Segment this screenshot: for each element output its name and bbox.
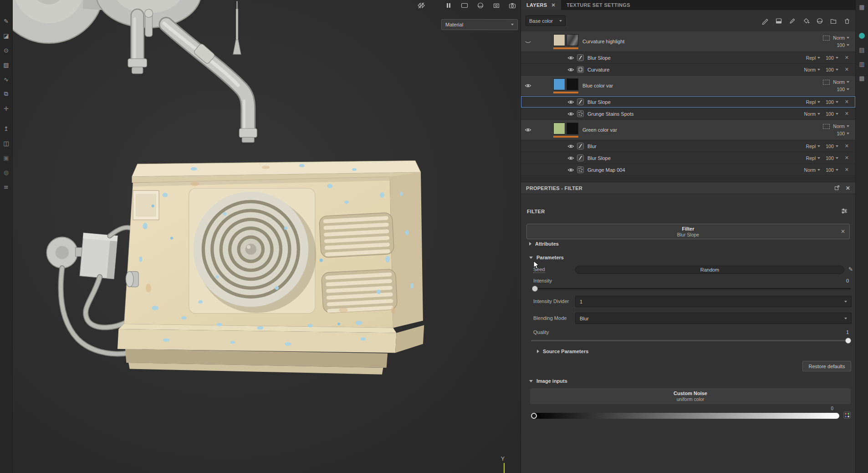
clone-tool[interactable]: ⧉	[1, 88, 12, 99]
visibility-icon[interactable]	[567, 67, 575, 72]
opacity-dropdown[interactable]: 100	[826, 155, 838, 161]
restore-defaults-button[interactable]: Restore defaults	[802, 361, 851, 371]
blend-mode-dropdown[interactable]: Repl	[806, 144, 821, 149]
delete-layer-icon[interactable]	[843, 17, 851, 25]
intensity-slider-knob[interactable]	[532, 286, 538, 292]
remove-effect-icon[interactable]: ✕	[845, 111, 849, 117]
opacity-dropdown[interactable]: 100	[826, 99, 838, 105]
texture-panel-icon[interactable]: ▩	[858, 73, 867, 82]
layer-mask-thumbnail[interactable]	[567, 78, 578, 90]
visibility-icon[interactable]	[525, 83, 532, 88]
attributes-expander[interactable]: Attributes	[529, 241, 559, 247]
intensity-divider-dropdown[interactable]: 1	[575, 296, 852, 307]
layer-color-thumbnail[interactable]	[553, 78, 565, 90]
assets-panel-icon[interactable]: ◫	[1, 138, 12, 149]
layer-mask-thumbnail[interactable]	[567, 34, 578, 46]
layer-color-thumbnail[interactable]	[553, 34, 565, 46]
dock-grid-icon[interactable]: ▦	[858, 2, 867, 11]
opacity-dropdown[interactable]: 100	[826, 67, 838, 72]
layer-group-row[interactable]: Blue color var Norm 100	[521, 76, 855, 96]
opacity-dropdown[interactable]: 100	[826, 111, 838, 117]
blend-mode-dropdown[interactable]: Repl	[806, 155, 821, 161]
channel-dropdown[interactable]: Base color	[526, 15, 566, 26]
display-settings-icon[interactable]: ▣	[1, 152, 12, 163]
remove-effect-icon[interactable]: ✕	[845, 143, 849, 149]
add-folder-icon[interactable]	[829, 17, 837, 25]
custom-noise-slot[interactable]: Custom Noise uniform color	[530, 388, 851, 404]
smudge-tool[interactable]: ∿	[1, 74, 12, 85]
axis-gizmo[interactable]: Y	[501, 456, 505, 462]
blend-mode-dropdown[interactable]: Norm	[804, 67, 821, 72]
pause-icon[interactable]	[444, 1, 453, 9]
shader-settings-icon[interactable]: ◍	[1, 167, 12, 178]
opacity-dropdown[interactable]: 100	[826, 167, 838, 173]
layer-group-row[interactable]: Green color var Norm 100	[521, 120, 855, 140]
noise-gradient-knob[interactable]	[531, 413, 537, 419]
quality-slider[interactable]	[531, 338, 851, 344]
opacity-dropdown[interactable]: 100	[826, 144, 838, 149]
source-parameters-expander[interactable]: Source Parameters	[537, 349, 588, 354]
polygon-fill-tool[interactable]: ▨	[1, 59, 12, 70]
paint-tool[interactable]: ✎	[1, 15, 12, 26]
viewport-frame-icon[interactable]	[460, 1, 469, 9]
parameters-menu-icon[interactable]	[841, 208, 848, 215]
opacity-dropdown[interactable]: 100	[837, 87, 849, 92]
close-panel-icon[interactable]: ✕	[846, 185, 850, 191]
remove-effect-icon[interactable]: ✕	[845, 55, 849, 61]
remove-effect-icon[interactable]: ✕	[845, 99, 849, 105]
material-sphere-icon[interactable]	[476, 1, 485, 9]
visibility-icon[interactable]	[567, 55, 575, 61]
visibility-icon[interactable]	[567, 167, 575, 173]
symmetry-off-icon[interactable]	[417, 1, 426, 9]
viewport-3d[interactable]: Material Y	[13, 0, 521, 473]
edit-pencil-icon[interactable]: ✎	[848, 266, 853, 272]
visibility-icon[interactable]	[567, 99, 575, 105]
render-box-icon[interactable]	[492, 1, 501, 9]
undock-panel-icon[interactable]	[834, 185, 840, 191]
projection-tool[interactable]: ⊙	[1, 45, 12, 56]
layer-effect-row[interactable]: Blur Slope Repl 100 ✕	[521, 52, 855, 64]
material-mode-dropdown[interactable]: Material	[441, 19, 518, 30]
opacity-dropdown[interactable]: 100	[826, 55, 838, 61]
visibility-icon[interactable]	[567, 111, 575, 117]
noise-gradient-slider[interactable]	[531, 413, 839, 419]
layer-color-thumbnail[interactable]	[553, 123, 565, 134]
remove-effect-icon[interactable]: ✕	[845, 155, 849, 161]
blend-mode-dropdown[interactable]: Repl	[806, 55, 821, 61]
layer-group-row[interactable]: Curvature highlight Norm 100	[521, 31, 855, 52]
intensity-slider[interactable]	[531, 286, 851, 292]
tab-layers[interactable]: LAYERS ✕	[521, 0, 561, 10]
add-fill-layer-icon[interactable]	[775, 17, 782, 25]
visibility-icon[interactable]	[567, 144, 575, 149]
blend-mode-dropdown[interactable]: Repl	[806, 99, 821, 105]
blending-mode-dropdown[interactable]: Blur	[575, 313, 852, 324]
layer-effect-row[interactable]: Blur Repl 100 ✕	[521, 140, 855, 152]
history-icon[interactable]: ≡	[1, 181, 12, 192]
smart-material-icon[interactable]	[816, 17, 823, 25]
shelf-icon[interactable]: ▤	[858, 45, 867, 54]
fill-bucket-icon[interactable]	[802, 17, 810, 25]
blend-mode-dropdown[interactable]: Norm	[833, 79, 849, 85]
blend-mode-dropdown[interactable]: Norm	[833, 123, 849, 129]
parameters-expander[interactable]: Parameters	[529, 255, 564, 260]
opacity-dropdown[interactable]: 100	[837, 42, 849, 48]
visibility-icon[interactable]	[567, 155, 575, 161]
remove-effect-icon[interactable]: ✕	[845, 167, 849, 173]
visibility-icon[interactable]	[525, 127, 532, 133]
visibility-icon[interactable]	[525, 39, 532, 44]
blend-mode-dropdown[interactable]: Norm	[833, 35, 849, 41]
layer-effect-row[interactable]: Grunge Map 004 Norm 100 ✕	[521, 164, 855, 176]
opacity-dropdown[interactable]: 100	[837, 131, 849, 136]
blend-mode-dropdown[interactable]: Norm	[804, 111, 821, 117]
export-textures-icon[interactable]: ↥	[1, 123, 12, 134]
layer-effect-row-selected[interactable]: Blur Slope Repl 100 ✕	[521, 96, 855, 108]
image-inputs-expander[interactable]: Image inputs	[529, 378, 567, 384]
substance-share-icon[interactable]	[858, 31, 867, 40]
tab-texture-set-settings[interactable]: TEXTURE SET SETTINGS	[561, 0, 636, 10]
remove-effect-icon[interactable]: ✕	[845, 67, 849, 72]
close-tab-icon[interactable]: ✕	[551, 2, 556, 8]
material-picker-tool[interactable]: ✛	[1, 103, 12, 114]
filter-resource-slot[interactable]: Filter Blur Slope ✕	[526, 224, 850, 239]
layer-effect-row[interactable]: Grunge Stains Spots Norm 100 ✕	[521, 108, 855, 120]
add-paint-layer-icon[interactable]	[788, 17, 796, 25]
